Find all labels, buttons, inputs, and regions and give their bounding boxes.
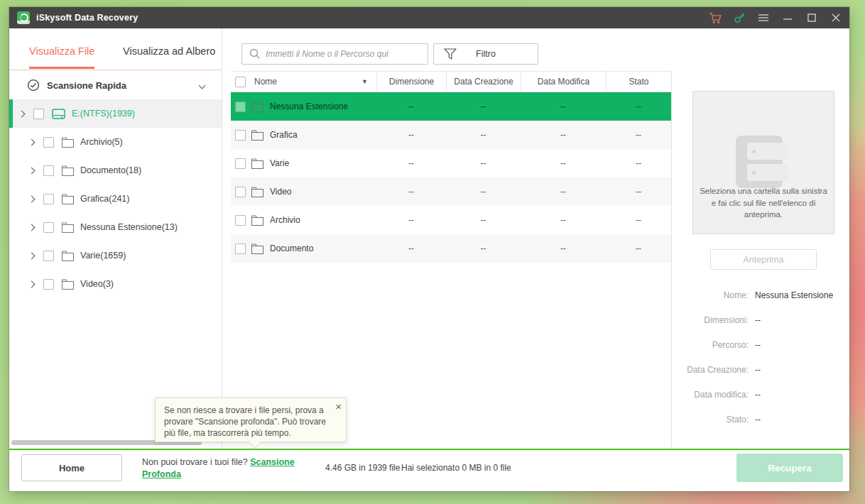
table-row[interactable]: Grafica -- -- -- -- [231,121,671,149]
home-button[interactable]: Home [21,454,122,481]
checkbox[interactable] [43,251,54,261]
file-size: -- [376,243,446,253]
checkbox[interactable] [43,137,54,148]
checkbox[interactable] [235,102,246,112]
search-input[interactable] [266,49,428,59]
recover-button[interactable]: Recupera [736,454,843,482]
folder-icon [251,158,263,169]
tree-item-label: Grafica(241) [80,194,129,204]
tree-item[interactable]: Nessuna Estensione(13) [9,213,222,241]
detail-value: Nessuna Estensione [755,290,833,300]
app-title: iSkysoft Data Recovery [36,13,138,23]
column-header-nome[interactable]: Nome ▼ [231,72,376,92]
detail-row: Dimensioni: -- [672,307,849,332]
file-size: -- [376,187,446,197]
tree-item[interactable]: Varie(1659) [9,241,222,270]
column-header-data-modifica[interactable]: Data Modifica [521,72,606,92]
minimize-icon[interactable] [776,7,800,28]
table-row[interactable]: Nessuna Estensione -- -- -- -- [231,92,671,121]
detail-row: Data modifica: -- [672,382,849,407]
checkbox[interactable] [33,109,44,119]
column-header-stato[interactable]: Stato [606,72,671,92]
filter-funnel-icon [444,48,457,60]
folder-icon [62,137,74,148]
chevron-icon[interactable] [28,167,36,174]
key-icon[interactable] [727,7,751,28]
tree-item[interactable]: E:(NTFS)(1939) [9,99,222,128]
preview-button[interactable]: Anteprima [710,249,817,270]
file-modified: -- [521,243,606,253]
folder-icon [62,222,74,233]
sort-desc-icon[interactable]: ▼ [361,78,368,85]
size-summary: 4.46 GB in 1939 file [325,463,400,473]
filter-button[interactable]: Filtro [433,43,538,65]
checkbox[interactable] [235,187,246,197]
chevron-icon[interactable] [18,110,26,117]
table-row[interactable]: Video -- -- -- -- [231,177,671,206]
chevron-icon[interactable] [28,252,36,259]
detail-value: -- [755,390,761,400]
file-modified: -- [521,130,606,140]
column-header-dimensione[interactable]: Dimensione [376,72,446,92]
sidebar-tabs: Visualizza File Visualizza ad Albero [9,28,222,70]
chevron-down-icon[interactable] [199,82,206,89]
maximize-icon[interactable] [800,7,824,28]
tree-item[interactable]: Grafica(241) [9,185,222,213]
tree-item[interactable]: Video(3) [9,270,222,298]
tree-item[interactable]: Archivio(5) [9,128,222,156]
tooltip-close-icon[interactable]: × [335,400,342,414]
detail-label: Data Creazione: [672,365,749,375]
checkbox[interactable] [235,158,246,169]
detail-value: -- [755,315,761,325]
file-name: Grafica [270,130,298,140]
folder-icon [62,251,74,261]
tree-item-label: Archivio(5) [80,137,123,147]
checkbox[interactable] [43,165,54,176]
detail-value: -- [755,415,761,424]
select-all-checkbox[interactable] [235,77,246,87]
titlebar: iSkysoft Data Recovery [9,7,849,28]
file-modified: -- [521,215,606,225]
tab-visualizza-ad-albero[interactable]: Visualizza ad Albero [123,45,215,57]
search-box [241,43,428,65]
file-name: Nessuna Estensione [270,102,348,111]
desktop-wallpaper: { "window": { "title": "iSkysoft Data Re… [0,0,865,504]
checkbox[interactable] [235,130,246,141]
deep-scan-prompt: Non puoi trovare i tuoi file? Scansione … [142,456,324,481]
table-row[interactable]: Varie -- -- -- -- [231,149,671,177]
column-header-data-creazione[interactable]: Data Creazione [446,72,521,92]
close-icon[interactable] [824,7,848,28]
folder-icon [251,130,263,141]
chevron-icon[interactable] [28,195,36,202]
detail-value: -- [755,340,761,350]
scan-section-label: Scansione Rapida [47,80,126,91]
checkbox[interactable] [43,279,54,290]
scan-section-header[interactable]: Scansione Rapida [9,71,222,99]
sidebar: Visualizza File Visualizza ad Albero Sca… [9,28,222,449]
file-created: -- [446,215,521,225]
detail-label: Stato: [672,415,749,424]
table-row[interactable]: Archivio -- -- -- -- [231,206,671,234]
file-created: -- [446,158,521,168]
checkbox[interactable] [235,215,246,226]
preview-panel: Seleziona una cartella sulla sinistra e … [672,28,849,449]
check-circle-icon [27,79,40,92]
checkbox[interactable] [43,194,54,204]
cart-icon[interactable] [703,7,727,28]
menu-icon[interactable] [751,7,776,28]
tree-item-label: Varie(1659) [80,251,126,261]
detail-row: Stato: -- [672,407,849,432]
checkbox[interactable] [43,222,54,233]
chevron-icon[interactable] [28,280,36,287]
table-row[interactable]: Documento -- -- -- -- [231,234,671,263]
folder-icon [62,279,74,290]
column-label: Nome [254,77,277,87]
chevron-icon[interactable] [28,138,36,146]
tree-item[interactable]: Documento(18) [9,156,222,185]
folder-icon [251,187,263,197]
file-size: -- [376,102,446,111]
file-table: Nome ▼ Dimensione Data Creazione Data Mo… [231,71,672,449]
checkbox[interactable] [235,243,246,254]
chevron-icon[interactable] [28,224,36,231]
tab-visualizza-file[interactable]: Visualizza File [29,45,94,69]
